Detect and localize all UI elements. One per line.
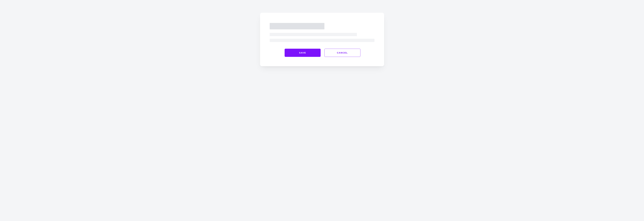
button-row: SAVE CANCEL	[284, 49, 374, 57]
skeleton-text-line	[270, 39, 374, 42]
cancel-button-label: CANCEL	[337, 51, 348, 54]
skeleton-text-line	[270, 33, 357, 36]
skeleton-title-placeholder	[270, 23, 324, 29]
save-button-label: SAVE	[299, 51, 306, 54]
cancel-button[interactable]: CANCEL	[324, 49, 360, 57]
save-button[interactable]: SAVE	[284, 49, 320, 57]
dialog-card: SAVE CANCEL	[260, 13, 384, 66]
